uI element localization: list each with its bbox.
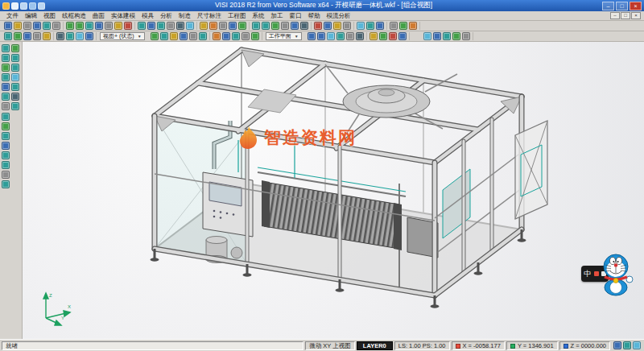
menu-item[interactable]: 模流分析 xyxy=(324,12,354,20)
toolbar-icon[interactable] xyxy=(308,32,316,40)
toolbar-icon[interactable] xyxy=(390,22,398,30)
toolbar-icon[interactable] xyxy=(11,73,19,81)
toolbar-icon[interactable] xyxy=(199,32,207,40)
toolbar-icon[interactable] xyxy=(14,22,22,30)
mdi-minimize-button[interactable]: – xyxy=(610,12,620,19)
toolbar-icon[interactable] xyxy=(369,32,378,40)
toolbar-icon[interactable] xyxy=(76,22,84,30)
menu-item[interactable]: 实体建模 xyxy=(108,12,138,20)
toolbar-icon[interactable] xyxy=(252,22,260,30)
toolbar-icon[interactable] xyxy=(366,22,374,30)
ime-mode-icon[interactable] xyxy=(594,271,599,276)
minimize-button[interactable]: – xyxy=(602,2,614,10)
menu-item[interactable]: 线框构造 xyxy=(59,12,89,20)
toolbar-icon[interactable] xyxy=(2,161,10,169)
toolbar-icon[interactable] xyxy=(66,32,74,40)
toolbar-icon[interactable] xyxy=(95,22,103,30)
toolbar-icon[interactable] xyxy=(2,122,10,130)
menu-item[interactable]: 曲面 xyxy=(89,12,108,20)
toolbar-icon[interactable] xyxy=(114,22,122,30)
toolbar-icon[interactable] xyxy=(167,22,175,30)
toolbar-icon[interactable] xyxy=(300,22,308,30)
toolbar-icon[interactable] xyxy=(186,22,194,30)
menu-item[interactable]: 文件 xyxy=(3,12,22,20)
toolbar-icon[interactable] xyxy=(66,22,74,30)
toolbar-icon[interactable] xyxy=(262,22,270,30)
toolbar-icon[interactable] xyxy=(314,22,322,30)
toolbar-icon[interactable] xyxy=(189,32,197,40)
menu-item[interactable]: 系统 xyxy=(250,12,268,20)
toolbar-icon[interactable] xyxy=(124,22,132,30)
menu-item[interactable]: 窗口 xyxy=(287,12,305,20)
menu-item[interactable]: 尺寸标注 xyxy=(194,12,225,20)
toolbar-icon[interactable] xyxy=(2,44,10,52)
toolbar-icon[interactable] xyxy=(85,32,93,40)
toolbar-icon[interactable] xyxy=(176,22,184,30)
toolbar-icon[interactable] xyxy=(105,22,113,30)
menu-item[interactable]: 帮助 xyxy=(305,12,324,20)
toolbar-icon[interactable] xyxy=(11,93,19,101)
toolbar-icon[interactable] xyxy=(170,32,178,40)
toolbar-icon[interactable] xyxy=(281,22,289,30)
toolbar-icon[interactable] xyxy=(423,32,431,40)
menu-item[interactable]: 模具 xyxy=(138,12,157,20)
maximize-button[interactable]: □ xyxy=(616,2,628,10)
toolbar-icon[interactable] xyxy=(232,32,240,40)
toolbar-icon[interactable] xyxy=(23,32,31,40)
toolbar-icon[interactable] xyxy=(271,22,279,30)
toolbar-icon[interactable] xyxy=(11,64,19,72)
toolbar-icon[interactable] xyxy=(200,22,208,30)
toolbar-icon[interactable] xyxy=(2,132,10,140)
toolbar-icon[interactable] xyxy=(2,142,10,150)
menu-item[interactable]: 视图 xyxy=(40,12,59,20)
toolbar-icon[interactable] xyxy=(11,102,19,110)
toolbar-icon[interactable] xyxy=(376,22,384,30)
toolbar-icon[interactable] xyxy=(2,54,10,62)
toolbar-icon[interactable] xyxy=(33,22,41,30)
toolbar-icon[interactable] xyxy=(443,32,451,40)
mdi-restore-button[interactable]: □ xyxy=(621,12,630,19)
toolbar-icon[interactable] xyxy=(209,22,217,30)
toolbar-icon[interactable] xyxy=(2,102,10,110)
workplane-status[interactable]: 微动 XY 上视图 xyxy=(305,341,355,350)
toolbar-icon[interactable] xyxy=(291,22,299,30)
menu-item[interactable]: 分析 xyxy=(157,12,175,20)
toolbar-icon[interactable] xyxy=(147,22,155,30)
toolbar-icon[interactable] xyxy=(11,44,19,52)
layer-indicator[interactable]: LAYER0 xyxy=(357,341,393,350)
toolbar-icon[interactable] xyxy=(4,22,12,30)
close-button[interactable]: × xyxy=(630,2,642,10)
toolbar-icon[interactable] xyxy=(2,113,10,121)
toolbar-icon[interactable] xyxy=(389,32,397,40)
menu-item[interactable]: 制造 xyxy=(175,12,194,20)
mdi-close-button[interactable]: × xyxy=(631,12,641,19)
toolbar-icon[interactable] xyxy=(33,32,41,40)
toolbar-icon[interactable] xyxy=(357,22,365,30)
menu-item[interactable]: 工程图 xyxy=(225,12,250,20)
cad-viewport[interactable]: 智造资料网 Z X Y 中 xyxy=(23,42,644,339)
toolbar-icon[interactable] xyxy=(85,22,93,30)
toolbar-icon[interactable] xyxy=(160,32,168,40)
toolbar-icon[interactable] xyxy=(138,22,146,30)
toolbar-icon[interactable] xyxy=(23,22,31,30)
toolbar-icon[interactable] xyxy=(4,32,12,40)
toolbar-icon[interactable] xyxy=(14,32,22,40)
toolbar-icon[interactable] xyxy=(2,151,10,159)
view-state-combo[interactable]: 视图+ (状态) ▼ xyxy=(100,32,145,40)
toolbar-icon[interactable] xyxy=(11,54,19,62)
workplane-combo[interactable]: 工作平面 ▼ xyxy=(266,32,302,40)
toolbar-icon[interactable] xyxy=(180,32,188,40)
toolbar-icon[interactable] xyxy=(317,32,325,40)
toolbar-icon[interactable] xyxy=(219,22,227,30)
status-icon[interactable] xyxy=(613,341,621,349)
toolbar-icon[interactable] xyxy=(324,22,332,30)
toolbar-icon[interactable] xyxy=(356,32,364,40)
toolbar-icon[interactable] xyxy=(346,32,354,40)
toolbar-icon[interactable] xyxy=(213,32,221,40)
toolbar-icon[interactable] xyxy=(43,32,51,40)
toolbar-icon[interactable] xyxy=(409,22,417,30)
toolbar-icon[interactable] xyxy=(2,171,10,179)
toolbar-icon[interactable] xyxy=(379,32,387,40)
toolbar-icon[interactable] xyxy=(462,32,470,40)
toolbar-icon[interactable] xyxy=(151,32,159,40)
